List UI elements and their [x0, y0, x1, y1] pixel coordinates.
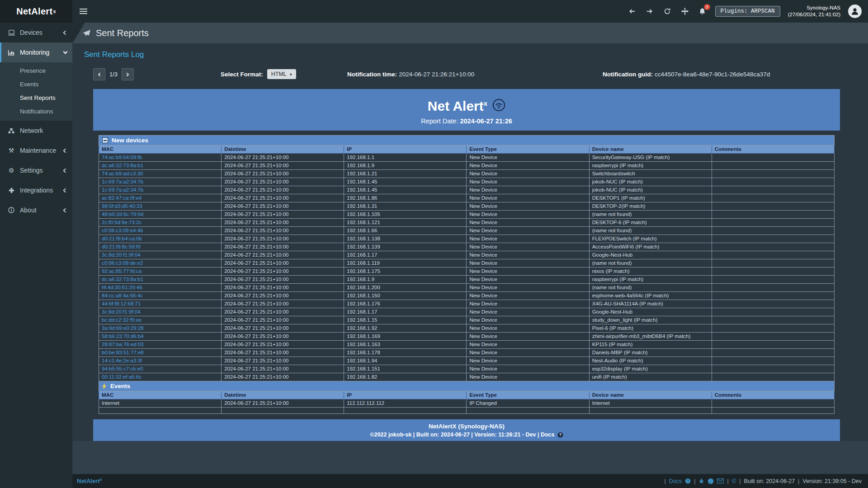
app-logo[interactable]: NetAlertx	[0, 0, 72, 23]
move-arrows-icon[interactable]	[680, 6, 690, 16]
netalertx-logo-icon	[492, 99, 505, 112]
sidebar-item-events[interactable]: Events	[0, 77, 72, 91]
cell: 112.112.112.112	[344, 399, 467, 408]
mac-link[interactable]: dc:a6:32:73:8a:b1	[102, 277, 143, 282]
mac-link[interactable]: d0:21:f9:8c:59:f9	[102, 244, 141, 249]
cell: 2024-06-27 21:25:21+10:00	[222, 211, 344, 219]
notification-guid-value: cc44507e-8ea6-48e7-90c1-26de548ca37d	[655, 71, 770, 78]
column-header: IP	[344, 391, 467, 399]
license-icon[interactable]: ©	[732, 478, 736, 484]
cell: Internet	[99, 399, 222, 408]
sidebar-item-sent-reports[interactable]: Sent Reports	[0, 91, 72, 104]
mac-link[interactable]: ac:82:47:ca:0f:e4	[102, 195, 142, 201]
forward-arrow-icon[interactable]	[645, 6, 655, 16]
column-header: Datetime	[222, 391, 344, 399]
cell: 2024-06-27 21:25:21+10:00	[222, 259, 344, 267]
sidebar-item-presence[interactable]: Presence	[0, 64, 72, 77]
notifications-bell-icon[interactable]: 7	[698, 6, 708, 16]
plugins-status-button[interactable]: Plugins: ARPSCAN	[715, 6, 780, 17]
mac-link[interactable]: bc:dd:c2:32:f9:ee	[102, 317, 142, 323]
mac-link[interactable]: b0:be:83:51:77:e8	[102, 350, 144, 355]
footer-brand-link[interactable]: NetAlertx	[77, 477, 102, 484]
sidebar-item-monitoring[interactable]: Monitoring	[0, 42, 72, 62]
mac-link[interactable]: 1c:69:7a:a2:34:7b	[102, 179, 143, 184]
report-table-row: 48:b0:2d:5c:79:0d2024-06-27 21:25:21+10:…	[99, 211, 835, 219]
sidebar-item-label: Devices	[20, 29, 42, 36]
bug-icon[interactable]	[698, 478, 704, 484]
mac-link[interactable]: 84:cc:a8:4a:56:4c	[102, 293, 143, 298]
mac-link[interactable]: 44:6f:f8:12:68:71	[102, 301, 141, 306]
mac-link[interactable]: 74:ac:b9:ad:c3:30	[102, 171, 143, 176]
cell: 192.168.1.1	[344, 154, 467, 162]
cell: 192.168.1.45	[344, 178, 467, 186]
mac-link[interactable]: 94:b5:55:c7:cb:e0	[102, 366, 143, 371]
help-circle-icon[interactable]: ?	[685, 478, 691, 484]
mac-link[interactable]: 58:b6:23:70:d6:b4	[102, 333, 144, 339]
mac-link[interactable]: 3a:9d:69:e0:29:28	[102, 325, 144, 331]
report-table-row: b0:be:83:51:77:e82024-06-27 21:25:21+10:…	[99, 349, 835, 357]
cell: 192.168.1.82	[344, 373, 467, 381]
cell: New Device	[467, 235, 589, 243]
report-date-value: 2024-06-27 21:26	[460, 117, 512, 125]
user-avatar[interactable]	[848, 5, 862, 18]
cell: 192.168.1.169	[344, 333, 467, 341]
cell: New Device	[467, 365, 589, 373]
cell: 2024-06-27 21:25:21+10:00	[222, 399, 344, 408]
cell: 00:11:32:ef:a5:6c	[99, 373, 222, 381]
cell: New Device	[467, 333, 589, 341]
refresh-icon[interactable]	[662, 6, 672, 16]
format-select[interactable]: HTML ▾	[267, 69, 296, 79]
sidebar-item-devices[interactable]: Devices	[0, 23, 72, 42]
cell: 2024-06-27 21:25:21+10:00	[222, 341, 344, 349]
mac-link[interactable]: 3c:8d:20:f1:9f:04	[102, 309, 141, 314]
mac-link[interactable]: d0:21:f9:b4:ca:0b	[102, 236, 142, 241]
cell	[712, 316, 834, 324]
cell	[712, 284, 834, 292]
github-icon[interactable]	[708, 478, 714, 484]
mac-link[interactable]: 1c:69:7a:a2:34:7b	[102, 187, 143, 192]
sidebar-item-network[interactable]: Network	[0, 121, 72, 141]
mac-link[interactable]: 98:5f:d3:d5:40:33	[102, 203, 142, 209]
mac-link[interactable]: 2c:f0:5d:9e:73:2c	[102, 220, 142, 225]
cell: New Device	[467, 219, 589, 227]
column-header: Datetime	[222, 145, 344, 154]
next-page-button[interactable]	[122, 68, 134, 80]
cell: 192.168.1.151	[344, 365, 467, 373]
sidebar-item-notifications[interactable]: Notifications	[0, 104, 72, 118]
mac-link[interactable]: 74:ac:b9:54:09:fb	[102, 155, 142, 160]
cell: 192.168.1.119	[344, 259, 467, 267]
sidebar-toggle-button[interactable]	[72, 0, 94, 23]
format-selected-value: HTML	[271, 71, 287, 77]
cell: 28:87:ba:76:ed:03	[99, 341, 222, 349]
mac-link[interactable]: 48:b0:2d:5c:79:0d	[102, 211, 143, 217]
report-table-row: 84:cc:a8:4a:56:4c2024-06-27 21:25:21+10:…	[99, 292, 835, 300]
mac-link[interactable]: 00:11:32:ef:a5:6c	[102, 374, 142, 380]
cell: 94:b5:55:c7:cb:e0	[99, 365, 222, 373]
sidebar-item-integrations[interactable]: Integrations	[0, 180, 72, 200]
events-columns-row: MACDatetimeIPEvent TypeDevice nameCommen…	[99, 391, 835, 399]
mac-link[interactable]: c0:06:c3:09:de:e2	[102, 260, 143, 266]
mac-link[interactable]: 3c:8d:20:f1:9f:04	[102, 252, 141, 258]
back-arrow-icon[interactable]	[627, 6, 637, 16]
mac-link[interactable]: c0:06:c3:09:e4:46	[102, 228, 143, 233]
mac-link[interactable]: 14:c1:4e:2e:a3:3f	[102, 358, 142, 363]
sidebar-item-settings[interactable]: ⚙ Settings	[0, 160, 72, 180]
sent-reports-log-link[interactable]: Sent Reports Log	[84, 50, 144, 59]
cell: New Device	[467, 357, 589, 365]
cell: 192.168.1.175	[344, 267, 467, 276]
mac-link[interactable]: f4:4d:30:61:20:46	[102, 285, 142, 290]
sidebar-item-maintenance[interactable]: ⚒ Maintenance	[0, 141, 72, 160]
report-title: Net Alert	[428, 99, 484, 113]
cell: New Device	[467, 308, 589, 316]
sidebar-item-about[interactable]: About	[0, 200, 72, 220]
mac-link[interactable]: 92:ac:85:77:fd:ca	[102, 268, 142, 274]
docs-link[interactable]: Docs	[669, 478, 682, 484]
prev-page-button[interactable]	[93, 68, 105, 80]
mac-link[interactable]: dc:a6:32:73:8a:b1	[102, 163, 143, 168]
cell: 192.168.1.200	[344, 284, 467, 292]
cell: 192.168.1.163	[344, 341, 467, 349]
mac-link[interactable]: 28:87:ba:76:ed:03	[102, 342, 144, 347]
cell: esp32display (IP match)	[589, 365, 712, 373]
report-table-row	[99, 408, 835, 414]
mail-icon[interactable]	[717, 479, 724, 483]
